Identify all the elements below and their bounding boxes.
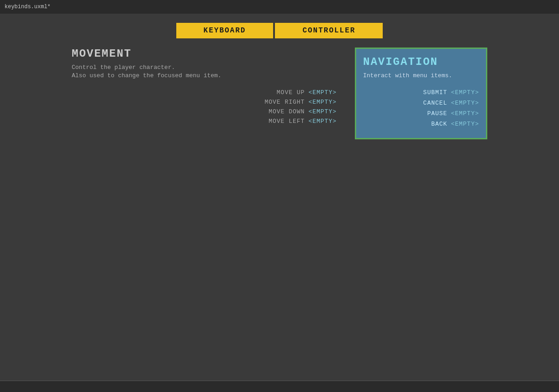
back-label: BACK	[431, 121, 447, 127]
navigation-title: NAVIGATION	[363, 56, 479, 68]
tab-keyboard[interactable]: KEYBOARD	[176, 23, 274, 38]
sections-container: MOVEMENT Control the player character. A…	[28, 48, 531, 139]
move-right-value[interactable]: <EMPTY>	[308, 99, 337, 106]
navigation-description: Interact with menu items.	[363, 72, 479, 80]
move-down-label: MOVE DOWN	[269, 108, 305, 115]
tab-controller[interactable]: CONTROLLER	[275, 23, 383, 38]
nav-keybind-row-back: BACK <EMPTY>	[363, 121, 479, 127]
movement-desc-line1: Control the player character.	[72, 64, 175, 71]
main-content: KEYBOARD CONTROLLER MOVEMENT Control the…	[0, 14, 559, 146]
nav-keybind-row-pause: PAUSE <EMPTY>	[363, 110, 479, 117]
submit-label: SUBMIT	[423, 89, 448, 96]
move-down-value[interactable]: <EMPTY>	[308, 108, 337, 115]
movement-description: Control the player character. Also used …	[72, 64, 346, 80]
nav-keybind-row-submit: SUBMIT <EMPTY>	[363, 89, 479, 96]
move-right-label: MOVE RIGHT	[264, 99, 305, 106]
title-bar: keybinds.uxml*	[0, 0, 559, 14]
navigation-binds: SUBMIT <EMPTY> CANCEL <EMPTY> PAUSE <EMP…	[363, 89, 479, 127]
keybind-row-move-left: MOVE LEFT <EMPTY>	[269, 118, 337, 125]
nav-keybind-row-cancel: CANCEL <EMPTY>	[363, 100, 479, 106]
filename-label: keybinds.uxml*	[5, 4, 51, 10]
keybind-row-move-down: MOVE DOWN <EMPTY>	[269, 108, 337, 115]
movement-title: MOVEMENT	[72, 48, 346, 60]
movement-section: MOVEMENT Control the player character. A…	[72, 48, 346, 139]
pause-value[interactable]: <EMPTY>	[451, 110, 479, 117]
cancel-value[interactable]: <EMPTY>	[451, 100, 479, 106]
back-value[interactable]: <EMPTY>	[451, 121, 479, 127]
move-left-value[interactable]: <EMPTY>	[308, 118, 337, 125]
move-left-label: MOVE LEFT	[269, 118, 305, 125]
move-up-label: MOVE UP	[277, 89, 305, 96]
movement-desc-line2: Also used to change the focused menu ite…	[72, 72, 221, 79]
keybind-row-move-right: MOVE RIGHT <EMPTY>	[264, 99, 337, 106]
navigation-section: NAVIGATION Interact with menu items. SUB…	[355, 48, 487, 139]
pause-label: PAUSE	[427, 110, 447, 117]
tabs-container: KEYBOARD CONTROLLER	[176, 23, 383, 38]
bottom-bar	[0, 381, 559, 392]
keybind-row-move-up: MOVE UP <EMPTY>	[277, 89, 337, 96]
cancel-label: CANCEL	[423, 100, 448, 106]
movement-binds: MOVE UP <EMPTY> MOVE RIGHT <EMPTY> MOVE …	[72, 89, 346, 127]
move-up-value[interactable]: <EMPTY>	[308, 89, 337, 96]
submit-value[interactable]: <EMPTY>	[451, 89, 479, 96]
